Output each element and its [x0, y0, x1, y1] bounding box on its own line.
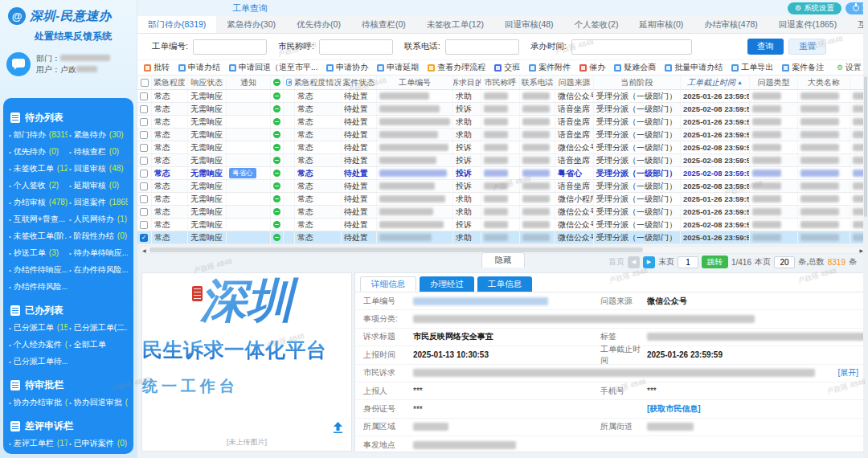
sidebar-item[interactable]: •回退审核(48) [69, 163, 128, 180]
sidebar-item[interactable]: •已分派工单(15) [9, 322, 68, 339]
sidebar-item[interactable]: •抄送工单(3) [9, 247, 68, 264]
table-row[interactable]: 常态无需响应常态待处置投诉微信公众号受理分派（一级部门）2025-02-08 2… [137, 141, 868, 154]
prev-page-button[interactable]: ◀ [628, 256, 640, 268]
toolbar-button[interactable]: 查看办理流程 [428, 62, 485, 73]
row-checkbox[interactable] [140, 118, 148, 126]
sidebar-item[interactable]: •办结件待风险... [9, 281, 68, 298]
detail-tab-1[interactable]: 办理经过 [420, 276, 474, 292]
row-checkbox[interactable] [140, 144, 148, 152]
search-input-1[interactable] [319, 39, 393, 55]
row-checkbox[interactable] [140, 221, 148, 229]
upload-arrow-icon[interactable] [333, 422, 343, 433]
tab-5[interactable]: 回退审核(48) [494, 16, 564, 33]
page-tab-work-order-query[interactable]: 工单查询 [227, 1, 272, 16]
toolbar-button[interactable]: 疑难会商 [614, 62, 656, 73]
row-checkbox[interactable] [140, 92, 148, 100]
row-checkbox[interactable]: ✓ [140, 234, 148, 242]
sidebar-item[interactable]: •待核查栏(0) [69, 146, 128, 163]
sidebar-item[interactable]: •部门待办(8319) [9, 129, 68, 146]
table-row[interactable]: 常态无需响应常态待处置投诉语音坐席受理分派（一级部门）2025-02-08 23… [137, 180, 868, 193]
toolbar-button[interactable]: 申请延期 [377, 62, 419, 73]
sidebar-item[interactable]: •办结件待响应...(0) [9, 264, 68, 281]
sidebar-item[interactable]: •办结审核(478) [9, 197, 68, 214]
sidebar-item[interactable]: •在办件待风险...(93) [69, 264, 128, 281]
toolbar-button[interactable]: 申请协办 [326, 62, 368, 73]
sidebar-item[interactable]: •互联网+督查...(1) [9, 214, 68, 231]
sidebar-item[interactable]: •未签收工单(12) [9, 163, 68, 180]
toolbar-button[interactable]: 交班 [494, 62, 520, 73]
reset-button[interactable]: 重置 [788, 39, 826, 55]
row-checkbox[interactable] [140, 157, 148, 165]
toolbar-button[interactable]: 批量申请办结 [665, 62, 723, 73]
tab-2[interactable]: 优先待办(0) [286, 16, 351, 33]
sidebar-item[interactable]: •全部工单 [69, 339, 128, 356]
sidebar-item[interactable]: •协办回退审批(0) [69, 397, 128, 414]
toolbar-button[interactable]: 案件附件 [529, 62, 571, 73]
toolbar-button[interactable]: 申请回退（退至市平... [229, 62, 317, 73]
tab-7[interactable]: 延期审核(0) [628, 16, 694, 33]
row-checkbox[interactable] [140, 208, 148, 216]
table-row[interactable]: 常态无需响应常态待处置求助微信公众号受理分派（一级部门）2025-01-26 2… [137, 206, 868, 219]
tab-3[interactable]: 待核查栏(0) [351, 16, 416, 33]
table-row[interactable]: 常态无需响应常态待处置投诉语音坐席受理分派（一级部门）2025-02-08 23… [137, 103, 868, 116]
table-row[interactable]: 常态无需响应常态待处置投诉微信公众号受理分派（一级部门）2025-02-08 2… [137, 219, 868, 231]
last-page-button[interactable]: 末页 [658, 256, 674, 268]
sidebar-item[interactable]: •未签收工单(阶...(11) [9, 231, 68, 247]
get-citizen-info-link[interactable]: [获取市民信息] [647, 403, 701, 415]
column-settings-button[interactable]: ⚙设置 [837, 62, 862, 73]
sidebar-item[interactable]: •紧急待办(30) [69, 129, 128, 146]
toolbar-button[interactable]: 催办 [579, 62, 605, 73]
tab-0[interactable]: 部门待办(8319) [137, 16, 216, 33]
sidebar-item[interactable]: •已分派工单待...(0) [9, 356, 68, 373]
tab-6[interactable]: 个人签收(2) [564, 16, 629, 33]
jump-button[interactable]: 跳转 [702, 256, 728, 268]
row-checkbox[interactable] [140, 195, 148, 203]
horizontal-scroll-thumb[interactable] [149, 247, 643, 252]
toolbar-button[interactable]: 批转 [144, 62, 170, 73]
scroll-left-icon[interactable]: ◀ [140, 247, 149, 253]
sidebar-item[interactable]: •待办单待响应...(5) [69, 247, 128, 264]
table-row[interactable]: 常态无需响应常态待处置求助语音坐席受理分派（一级部门）2025-01-26 23… [137, 129, 868, 141]
page-size-input[interactable] [774, 256, 795, 268]
table-row[interactable]: 常态无需响应常态待处置求助语音坐席受理分派（一级部门）2025-01-26 23… [137, 116, 868, 129]
sidebar-item[interactable]: •差评工单栏(176) [9, 438, 68, 454]
sidebar-item[interactable]: •已申诉案件(0) [69, 438, 128, 454]
row-checkbox[interactable] [140, 105, 148, 113]
toolbar-button[interactable]: 案件备注 [782, 62, 824, 73]
next-page-button[interactable]: ▶ [643, 256, 655, 268]
tab-8[interactable]: 办结审核(478) [694, 16, 768, 33]
sort-ascending-icon[interactable]: ▲ [737, 80, 743, 85]
sidebar-item[interactable]: •阶段性办结(0) [69, 231, 128, 247]
sidebar-item[interactable]: •已分派工单(二...(0) [69, 322, 128, 339]
hide-panel-tab[interactable]: 隐藏 [481, 252, 525, 268]
sidebar-item[interactable]: •人民网待办(1) [69, 214, 128, 231]
select-all-checkbox[interactable] [141, 79, 149, 87]
table-row[interactable]: 常态无需响应常态待处置求助微信小程序受理分派（一级部门）2025-01-26 2… [137, 193, 868, 206]
detail-tab-0[interactable]: 详细信息 [360, 276, 416, 292]
sidebar-item[interactable]: •回退案件(1865) [69, 197, 128, 214]
query-button[interactable]: 查询 [747, 39, 784, 55]
row-checkbox[interactable] [140, 131, 148, 139]
system-settings-button[interactable]: ⚙系统设置 [788, 2, 841, 14]
sidebar-item[interactable]: •协办办结审批(0) [9, 397, 68, 414]
tab-9[interactable]: 回退案件(1865) [768, 16, 847, 33]
sidebar-item[interactable]: •优先待办(0) [9, 146, 68, 163]
search-input-2[interactable] [445, 39, 519, 55]
toolbar-button[interactable]: 申请办结 [178, 62, 220, 73]
sidebar-item[interactable]: •个人经办案件(2) [9, 339, 68, 356]
vertical-scroll-thumb[interactable] [864, 76, 867, 217]
search-input-3[interactable] [571, 39, 692, 55]
row-checkbox[interactable] [140, 182, 148, 190]
expand-link[interactable]: [展开] [837, 367, 858, 378]
detail-tab-2[interactable]: 工单信息 [477, 276, 532, 292]
row-checkbox[interactable] [140, 170, 148, 178]
tab-1[interactable]: 紧急待办(30) [216, 16, 286, 33]
table-row[interactable]: 常态无需响应常态待处置求助微信公众号受理分派（一级部门）2025-01-26 2… [137, 90, 868, 103]
search-input-0[interactable] [193, 39, 267, 55]
first-page-button[interactable]: 首页 [608, 256, 624, 268]
vertical-scrollbar[interactable] [863, 0, 868, 458]
page-number-input[interactable] [678, 256, 698, 268]
table-row[interactable]: ✓常态无需响应常态待处置求助微信公众号受理分派（一级部门）2025-01-26 … [137, 231, 868, 244]
tab-4[interactable]: 未签收工单(12) [416, 16, 494, 33]
sidebar-item[interactable]: •个人签收(2) [9, 180, 68, 197]
